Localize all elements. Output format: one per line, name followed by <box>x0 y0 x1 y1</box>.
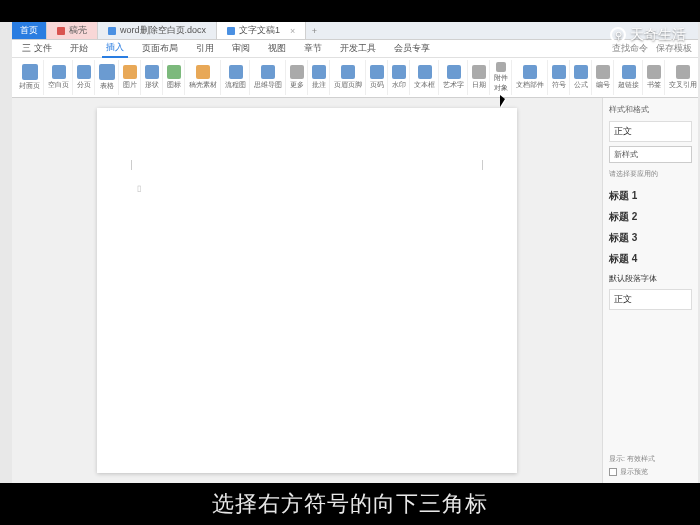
checkbox-icon[interactable] <box>609 468 617 476</box>
ribbon-symbol[interactable]: 符号 <box>549 60 570 95</box>
menu-view[interactable]: 视图 <box>264 40 290 57</box>
content-area: ▯ 样式和格式 正文 新样式 请选择要应用的 标题 1 标题 2 标题 3 标题… <box>12 98 698 483</box>
ribbon-doc-parts[interactable]: 文档部件 <box>513 60 548 95</box>
ribbon-picture[interactable]: 图片 <box>120 60 141 95</box>
menu-bar: 三 文件 开始 插入 页面布局 引用 审阅 视图 章节 开发工具 会员专享 查找… <box>12 40 698 58</box>
ribbon-equation[interactable]: 公式 <box>571 60 592 95</box>
ribbon-icons[interactable]: 图标 <box>164 60 185 95</box>
margin-mark-tl <box>131 160 141 170</box>
margin-mark-tr <box>473 160 483 170</box>
ribbon-page-number[interactable]: 页码 <box>367 60 388 95</box>
menu-sections[interactable]: 章节 <box>300 40 326 57</box>
ribbon-mindmap[interactable]: 思维导图 <box>251 60 286 95</box>
page-1[interactable]: ▯ <box>97 108 517 473</box>
menu-file[interactable]: 三 文件 <box>18 40 56 57</box>
ribbon-date[interactable]: 日期 <box>469 60 490 95</box>
ribbon-blank-page[interactable]: 空白页 <box>45 60 73 95</box>
ribbon-wordart[interactable]: 艺术字 <box>440 60 468 95</box>
new-style-button[interactable]: 新样式 <box>609 146 692 163</box>
ribbon-assets[interactable]: 稿壳素材 <box>186 60 221 95</box>
ribbon-header-footer[interactable]: 页眉页脚 <box>331 60 366 95</box>
ribbon-attachment[interactable]: 附件对象 <box>491 60 512 95</box>
ribbon-cover-page[interactable]: 封面页 <box>16 60 44 95</box>
panel-title: 样式和格式 <box>609 104 692 117</box>
menu-references[interactable]: 引用 <box>192 40 218 57</box>
menu-start[interactable]: 开始 <box>66 40 92 57</box>
panel-note: 请选择要应用的 <box>609 169 692 179</box>
style-body[interactable]: 正文 <box>609 289 692 310</box>
document-canvas[interactable]: ▯ <box>12 98 602 483</box>
word-icon <box>108 27 116 35</box>
menu-insert[interactable]: 插入 <box>102 39 128 58</box>
style-heading-1[interactable]: 标题 1 <box>609 187 692 205</box>
ribbon-insert: 封面页 空白页 分页 表格 图片 形状 图标 稿壳素材 流程图 思维导图 更多 … <box>12 58 698 98</box>
ribbon-page-break[interactable]: 分页 <box>74 60 95 95</box>
ribbon-shapes[interactable]: 形状 <box>142 60 163 95</box>
ribbon-flowchart[interactable]: 流程图 <box>222 60 250 95</box>
style-list: 标题 1 标题 2 标题 3 标题 4 默认段落字体 正文 <box>609 187 692 310</box>
styles-panel: 样式和格式 正文 新样式 请选择要应用的 标题 1 标题 2 标题 3 标题 4… <box>602 98 698 483</box>
mouse-cursor-icon <box>500 95 512 111</box>
doc-icon <box>57 27 65 35</box>
ribbon-cross-ref[interactable]: 交叉引用 <box>666 60 698 95</box>
show-dropdown[interactable]: 显示: 有效样式 <box>609 454 692 464</box>
ribbon-numbering[interactable]: 编号 <box>593 60 614 95</box>
style-heading-2[interactable]: 标题 2 <box>609 208 692 226</box>
tab-home[interactable]: 首页 <box>12 22 47 39</box>
ribbon-table[interactable]: 表格 <box>96 60 119 95</box>
subtitle-caption: 选择右方符号的向下三角标 <box>0 489 700 519</box>
tab-add-button[interactable]: + <box>306 22 322 39</box>
ribbon-more[interactable]: 更多 <box>287 60 308 95</box>
menu-premium[interactable]: 会员专享 <box>390 40 434 57</box>
panel-footer: 显示: 有效样式 显示预览 <box>609 454 692 477</box>
tab-file-2-active[interactable]: 文字文稿1× <box>217 22 306 39</box>
wps-writer-window: 首页 稿壳 word删除空白页.docx 文字文稿1× + 三 文件 开始 插入… <box>12 22 698 483</box>
tab-gallery[interactable]: 稿壳 <box>47 22 98 39</box>
tab-file-1[interactable]: word删除空白页.docx <box>98 22 217 39</box>
word-icon <box>227 27 235 35</box>
ribbon-textbox[interactable]: 文本框 <box>411 60 439 95</box>
ribbon-hyperlink[interactable]: 超链接 <box>615 60 643 95</box>
preview-checkbox-row[interactable]: 显示预览 <box>609 467 692 477</box>
menu-review[interactable]: 审阅 <box>228 40 254 57</box>
style-heading-3[interactable]: 标题 3 <box>609 229 692 247</box>
style-heading-4[interactable]: 标题 4 <box>609 250 692 268</box>
ribbon-bookmark[interactable]: 书签 <box>644 60 665 95</box>
ribbon-watermark[interactable]: 水印 <box>389 60 410 95</box>
menu-page-layout[interactable]: 页面布局 <box>138 40 182 57</box>
document-tabbar: 首页 稿壳 word删除空白页.docx 文字文稿1× + <box>12 22 698 40</box>
ribbon-comment[interactable]: 批注 <box>309 60 330 95</box>
magnifier-icon: ⚲ <box>610 27 626 43</box>
menu-dev-tools[interactable]: 开发工具 <box>336 40 380 57</box>
text-cursor: ▯ <box>137 184 141 193</box>
current-style-box[interactable]: 正文 <box>609 121 692 142</box>
style-default-font[interactable]: 默认段落字体 <box>609 271 692 286</box>
watermark: ⚲ 天奇生活 <box>610 26 686 44</box>
